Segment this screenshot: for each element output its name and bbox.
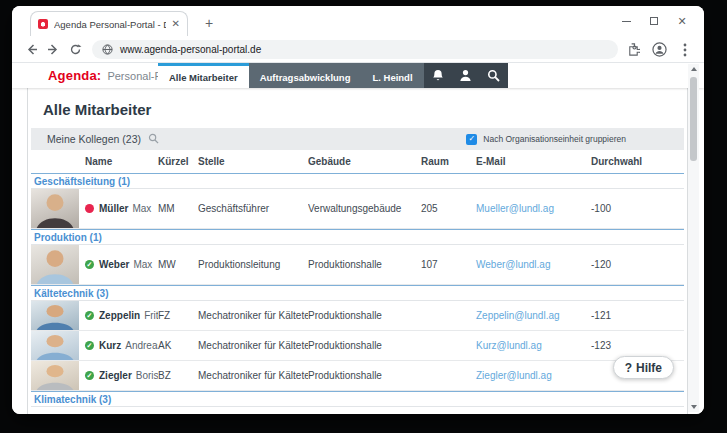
favicon-icon — [38, 19, 48, 29]
employee-photo — [31, 189, 79, 228]
globe-icon — [102, 41, 113, 59]
window-minimize-button[interactable] — [612, 6, 640, 36]
menu-icon[interactable] — [674, 39, 696, 61]
app-nav-icons — [424, 63, 508, 88]
employee-gebaeude: Produktionshalle — [308, 259, 413, 270]
employee-durchwahl: -100 — [579, 203, 684, 214]
employee-durchwahl: -123 — [579, 340, 684, 351]
employee-row[interactable]: WeberMaxMWProduktionsleitungProduktionsh… — [31, 245, 684, 285]
employee-email-link[interactable]: Zeppelin@lundl.ag — [476, 310, 560, 321]
employee-firstname: Boris — [136, 370, 158, 381]
nav-tab-l-heindl[interactable]: L. Heindl — [361, 63, 423, 88]
page-viewport: Agenda: Personal-Portal Alle Mitarbeiter… — [12, 63, 704, 414]
browser-window: Agenda Personal-Portal - Die Inf ✕ + ✕ w… — [12, 6, 704, 414]
employee-lastname: Weber — [99, 259, 129, 270]
employee-firstname: Max — [133, 259, 152, 270]
app-nav: Alle MitarbeiterAuftragsabwicklungL. Hei… — [158, 63, 508, 88]
employee-lastname: Zeppelin — [99, 310, 140, 321]
employee-email-link[interactable]: Ziegler@lundl.ag — [476, 370, 552, 381]
list-search-icon[interactable] — [148, 130, 159, 148]
status-available-icon — [85, 260, 94, 269]
url-bar[interactable]: www.agenda-personal-portal.de — [92, 40, 618, 59]
bell-icon[interactable] — [424, 63, 452, 88]
group-checkbox-label: Nach Organisationseinheit gruppieren — [483, 134, 626, 144]
help-button[interactable]: ? Hilfe — [613, 356, 674, 379]
employee-firstname: Andreas — [125, 340, 158, 351]
group-header-klimatechnik-3[interactable]: Klimatechnik (3) — [31, 391, 684, 407]
toolbar-right-icons — [622, 36, 696, 63]
employee-lastname: Müller — [99, 203, 128, 214]
help-label: Hilfe — [636, 361, 662, 375]
page-title: Alle Mitarbeiter — [43, 101, 687, 118]
status-available-icon — [85, 341, 94, 350]
employee-email-link[interactable]: Mueller@lundl.ag — [476, 203, 554, 214]
employee-durchwahl: -120 — [579, 259, 684, 270]
scrollbar-thumb[interactable] — [690, 77, 697, 161]
page-container: Alle Mitarbeiter Meine Kollegen (23) ✓ N… — [27, 88, 688, 414]
employee-row[interactable]: ZeppelinFritzFZMechatroniker für Kältete… — [31, 301, 684, 331]
column-header-k-rzel: Kürzel — [158, 156, 198, 167]
employee-lastname: Ziegler — [99, 370, 132, 381]
user-icon[interactable] — [452, 63, 480, 88]
profile-icon[interactable] — [648, 39, 670, 61]
app-header: Agenda: Personal-Portal Alle Mitarbeiter… — [12, 63, 704, 88]
nav-tab-auftragsabwicklung[interactable]: Auftragsabwicklung — [249, 63, 362, 88]
employee-stelle: Mechatroniker für Kältetechnik — [198, 370, 308, 381]
browser-toolbar: www.agenda-personal-portal.de — [12, 36, 704, 63]
url-text[interactable]: www.agenda-personal-portal.de — [120, 44, 261, 55]
employee-stelle: Geschäftsführer — [198, 203, 308, 214]
extensions-icon[interactable] — [622, 39, 644, 61]
employee-raum: 107 — [413, 259, 469, 270]
browser-tab[interactable]: Agenda Personal-Portal - Die Inf ✕ — [30, 11, 188, 36]
employee-email-link[interactable]: Kurz@lundl.ag — [476, 340, 542, 351]
table-body: Geschäftsleitung (1)MüllerMaxMMGeschäfts… — [31, 173, 684, 407]
status-available-icon — [85, 371, 94, 380]
group-checkbox[interactable]: ✓ — [466, 134, 477, 145]
scrollbar-down-icon[interactable] — [688, 402, 699, 412]
employee-row[interactable]: KurzAndreasAKMechatroniker für Kältetech… — [31, 331, 684, 361]
employee-stelle: Mechatroniker für Kältetechnik — [198, 340, 308, 351]
employee-row[interactable]: ZieglerBorisBZMechatroniker für Kältetec… — [31, 361, 684, 391]
employee-photo — [31, 301, 79, 330]
column-header-e-mail: E-Mail — [469, 156, 579, 167]
employee-gebaeude: Produktionshalle — [308, 310, 413, 321]
employee-row[interactable]: MüllerMaxMMGeschäftsführerVerwaltungsgeb… — [31, 189, 684, 229]
column-header-stelle: Stelle — [198, 156, 308, 167]
employee-durchwahl: -121 — [579, 310, 684, 321]
tab-title: Agenda Personal-Portal - Die Inf — [54, 19, 166, 30]
window-controls: ✕ — [612, 6, 696, 36]
employee-email-link[interactable]: Weber@lundl.ag — [476, 259, 550, 270]
employee-stelle: Mechatroniker für Kältetechnik — [198, 310, 308, 321]
forward-icon[interactable] — [44, 40, 63, 59]
employee-raum: 205 — [413, 203, 469, 214]
employee-stelle: Produktionsleitung — [198, 259, 308, 270]
window-maximize-button[interactable] — [640, 6, 668, 36]
scrollbar-up-icon[interactable] — [688, 64, 699, 74]
group-header-gesch-ftsleitung-1[interactable]: Geschäftsleitung (1) — [31, 173, 684, 189]
group-header-k-ltetechnik-3[interactable]: Kältetechnik (3) — [31, 285, 684, 301]
employee-gebaeude: Verwaltungsgebäude — [308, 203, 413, 214]
tab-close-icon[interactable]: ✕ — [172, 19, 180, 29]
status-busy-icon — [85, 204, 94, 213]
page-scrollbar[interactable] — [688, 64, 699, 412]
search-icon[interactable] — [480, 63, 508, 88]
list-toolbar: Meine Kollegen (23) ✓ Nach Organisations… — [31, 128, 684, 150]
employee-kuerzel: MW — [158, 259, 198, 270]
status-available-icon — [85, 311, 94, 320]
back-icon[interactable] — [22, 40, 41, 59]
scrollbar-track[interactable] — [688, 74, 699, 402]
nav-tab-alle-mitarbeiter[interactable]: Alle Mitarbeiter — [158, 63, 249, 88]
employee-gebaeude: Produktionshalle — [308, 340, 413, 351]
employee-table: NameKürzelStelleGebäudeRaumE-MailDurchwa… — [31, 150, 684, 407]
column-header-raum: Raum — [413, 156, 469, 167]
employee-lastname: Kurz — [99, 340, 121, 351]
employee-gebaeude: Produktionshalle — [308, 370, 413, 381]
new-tab-button[interactable]: + — [198, 12, 220, 34]
employee-kuerzel: BZ — [158, 370, 198, 381]
employee-kuerzel: AK — [158, 340, 198, 351]
group-header-produktion-1[interactable]: Produktion (1) — [31, 229, 684, 245]
reload-icon[interactable] — [66, 40, 85, 59]
employee-photo — [31, 245, 79, 284]
browser-tabstrip: Agenda Personal-Portal - Die Inf ✕ + ✕ — [12, 6, 704, 36]
window-close-button[interactable]: ✕ — [668, 6, 696, 36]
